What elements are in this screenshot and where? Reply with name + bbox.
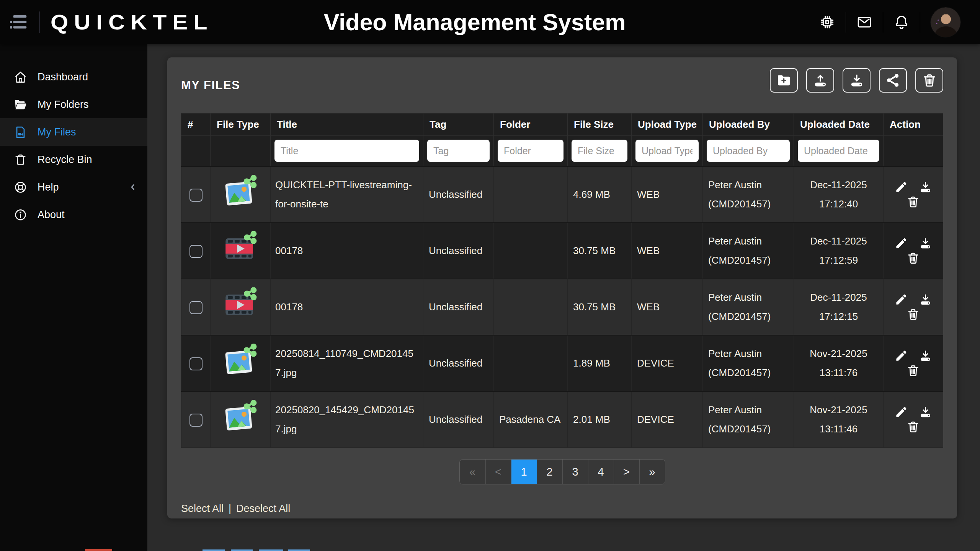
sidebar-item-recycle-bin[interactable]: Recycle Bin bbox=[0, 146, 147, 173]
delete-icon[interactable] bbox=[906, 364, 920, 377]
download-icon[interactable] bbox=[919, 293, 932, 306]
download-button[interactable] bbox=[843, 68, 871, 93]
trash-icon bbox=[922, 73, 937, 88]
info-circle-icon bbox=[14, 208, 27, 222]
row-checkbox[interactable] bbox=[189, 414, 203, 427]
chevron-left-icon bbox=[128, 183, 137, 192]
image-file-icon bbox=[223, 344, 258, 377]
file-video-icon bbox=[14, 126, 27, 139]
chip-icon[interactable] bbox=[809, 14, 846, 30]
row-actions bbox=[884, 335, 943, 391]
row-checkbox[interactable] bbox=[189, 189, 203, 202]
download-icon[interactable] bbox=[919, 180, 932, 194]
sidebar-item-about[interactable]: About bbox=[0, 201, 147, 228]
sidebar-item-my-folders[interactable]: My Folders bbox=[0, 91, 147, 118]
new-folder-button[interactable] bbox=[770, 68, 798, 93]
file-title: QUICKTEL-PTT-livestreaming-for-onsite-te bbox=[271, 166, 423, 223]
page-2-button[interactable]: 2 bbox=[537, 460, 562, 484]
row-select-cell bbox=[181, 223, 211, 279]
upload-button[interactable] bbox=[806, 68, 834, 93]
row-checkbox[interactable] bbox=[189, 357, 203, 370]
file-upload-type: DEVICE bbox=[632, 391, 703, 448]
file-folder bbox=[494, 335, 568, 391]
uploaded-by-filter-input[interactable] bbox=[707, 140, 790, 162]
uploaded-date-filter-input[interactable] bbox=[798, 140, 879, 162]
download-icon[interactable] bbox=[919, 349, 932, 362]
file-folder bbox=[494, 166, 568, 223]
files-table: # File Type Title Tag Folder File Size U… bbox=[181, 113, 943, 448]
row-checkbox[interactable] bbox=[189, 301, 203, 314]
file-tag: Unclassified bbox=[423, 279, 494, 335]
file-upload-type: WEB bbox=[632, 166, 703, 223]
file-size: 4.69 MB bbox=[568, 166, 632, 223]
clipped-blue-element bbox=[231, 549, 253, 551]
page-4-button[interactable]: 4 bbox=[588, 460, 614, 484]
row-select-cell bbox=[181, 391, 211, 448]
edit-icon[interactable] bbox=[895, 293, 908, 306]
file-table-body: QUICKTEL-PTT-livestreaming-for-onsite-te… bbox=[181, 166, 943, 448]
file-folder bbox=[494, 223, 568, 279]
selection-links: Select All | Deselect All bbox=[181, 503, 943, 515]
sidebar-item-my-files[interactable]: My Files bbox=[0, 118, 147, 146]
pagination: «<1234>» bbox=[459, 459, 665, 484]
file-size: 30.75 MB bbox=[568, 279, 632, 335]
delete-icon[interactable] bbox=[906, 308, 920, 321]
life-ring-icon bbox=[14, 181, 27, 194]
sidebar-item-label: About bbox=[38, 209, 65, 221]
download-icon bbox=[849, 73, 864, 88]
file-title: 20250820_145429_CMD201457.jpg bbox=[271, 391, 423, 448]
folder-plus-icon bbox=[776, 73, 792, 88]
page-first-button[interactable]: « bbox=[460, 460, 485, 484]
column-header-upload-type: Upload Type bbox=[632, 114, 703, 136]
edit-icon[interactable] bbox=[895, 180, 908, 194]
edit-icon[interactable] bbox=[895, 405, 908, 419]
download-icon[interactable] bbox=[919, 236, 932, 250]
edit-icon[interactable] bbox=[895, 236, 908, 250]
share-icon bbox=[885, 73, 901, 88]
title-filter-input[interactable] bbox=[274, 140, 419, 162]
page-3-button[interactable]: 3 bbox=[562, 460, 588, 484]
footer-separator: | bbox=[229, 503, 231, 515]
topbar-separator bbox=[920, 12, 920, 33]
sidebar-item-dashboard[interactable]: Dashboard bbox=[0, 63, 147, 91]
folder-filter-input[interactable] bbox=[498, 140, 564, 162]
sidebar: Dashboard My Folders My Files Recycle Bi… bbox=[0, 44, 147, 551]
hamburger-menu-icon[interactable] bbox=[10, 15, 29, 30]
row-checkbox[interactable] bbox=[189, 245, 203, 258]
file-size-filter-input[interactable] bbox=[572, 140, 627, 162]
files-toolbar bbox=[770, 68, 943, 93]
edit-icon[interactable] bbox=[895, 349, 908, 362]
sidebar-item-help[interactable]: Help bbox=[0, 173, 147, 201]
page-next-button[interactable]: > bbox=[614, 460, 639, 484]
page-prev-button[interactable]: < bbox=[485, 460, 511, 484]
row-select-cell bbox=[181, 279, 211, 335]
file-uploaded-date: Dec-11-2025 17:12:59 bbox=[794, 223, 884, 279]
my-files-panel: MY FILES bbox=[167, 57, 957, 518]
row-actions bbox=[884, 279, 943, 335]
delete-button[interactable] bbox=[915, 68, 943, 93]
file-uploaded-date: Nov-21-2025 13:11:46 bbox=[794, 391, 884, 448]
user-avatar[interactable] bbox=[930, 7, 961, 37]
page-last-button[interactable]: » bbox=[639, 460, 665, 484]
sidebar-item-label: Help bbox=[38, 181, 59, 193]
delete-icon[interactable] bbox=[906, 420, 920, 434]
mail-icon[interactable] bbox=[846, 14, 883, 30]
file-uploaded-by: Peter Austin (CMD201457) bbox=[703, 279, 794, 335]
share-button[interactable] bbox=[879, 68, 907, 93]
upload-type-filter-input[interactable] bbox=[635, 140, 699, 162]
deselect-all-link[interactable]: Deselect All bbox=[236, 503, 290, 515]
table-row: 20250814_110749_CMD201457.jpg Unclassifi… bbox=[181, 335, 943, 391]
table-row: 20250820_145429_CMD201457.jpg Unclassifi… bbox=[181, 391, 943, 448]
file-tag: Unclassified bbox=[423, 223, 494, 279]
bell-icon[interactable] bbox=[883, 14, 920, 30]
column-header-uploaded-date: Uploaded Date bbox=[794, 114, 884, 136]
download-icon[interactable] bbox=[919, 405, 932, 419]
file-upload-type: WEB bbox=[632, 279, 703, 335]
tag-filter-input[interactable] bbox=[427, 140, 490, 162]
delete-icon[interactable] bbox=[906, 195, 920, 209]
page-1-button[interactable]: 1 bbox=[511, 460, 537, 484]
column-header-folder: Folder bbox=[494, 114, 568, 136]
file-size: 1.89 MB bbox=[568, 335, 632, 391]
delete-icon[interactable] bbox=[906, 251, 920, 265]
select-all-link[interactable]: Select All bbox=[181, 503, 224, 515]
